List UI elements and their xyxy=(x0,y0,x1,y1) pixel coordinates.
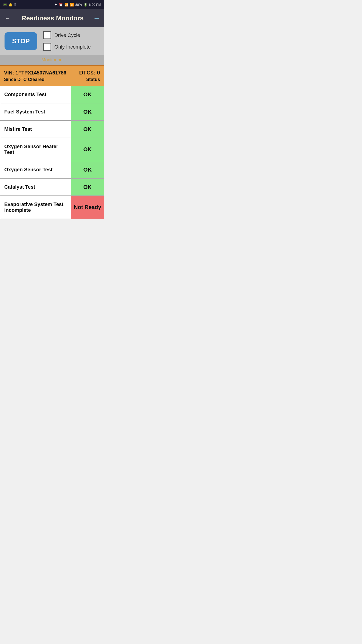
battery-icon: 🔋 xyxy=(83,3,87,7)
monitor-name-cell: Fuel System Test xyxy=(0,103,71,120)
monitor-row: Evaporative System Test incompleteNot Re… xyxy=(0,196,104,219)
vin-number: VIN: 1FTPX14507NA61786 xyxy=(4,70,66,76)
notifications-icon: 🔔 xyxy=(9,3,13,7)
drive-cycle-checkbox-item[interactable]: Drive Cycle xyxy=(43,31,91,39)
monitor-row: Catalyst TestOK xyxy=(0,178,104,196)
monitor-status-cell: Not Ready xyxy=(71,196,104,219)
monitor-name-cell: Evaporative System Test incomplete xyxy=(0,196,71,219)
checkboxes-group: Drive Cycle Only Incomplete xyxy=(43,31,91,51)
only-incomplete-checkbox-item[interactable]: Only Incomplete xyxy=(43,43,91,51)
drive-cycle-checkbox[interactable] xyxy=(43,31,51,39)
monitor-status-cell: OK xyxy=(71,103,104,120)
dtc-count: DTCs: 0 xyxy=(79,69,100,76)
monitor-status-cell: OK xyxy=(71,138,104,161)
monitor-row: Fuel System TestOK xyxy=(0,103,104,120)
status-bar-left: 📟 🔔 ⠿ xyxy=(3,3,17,7)
monitor-status-cell: OK xyxy=(71,179,104,195)
menu-icon[interactable]: — xyxy=(95,16,100,21)
apps-icon: ⠿ xyxy=(14,3,17,7)
stop-button[interactable]: STOP xyxy=(5,32,37,50)
monitor-name-cell: Oxygen Sensor Test xyxy=(0,161,71,178)
monitor-row: Oxygen Sensor TestOK xyxy=(0,161,104,178)
monitor-row: Oxygen Sensor Heater TestOK xyxy=(0,138,104,161)
status-bar: 📟 🔔 ⠿ ✱ ⏰ 📶 📶 80% 🔋 6:00 PM xyxy=(0,0,104,9)
monitor-status-cell: OK xyxy=(71,121,104,138)
monitoring-text: Monitoring xyxy=(41,57,63,62)
monitors-table: Components TestOKFuel System TestOKMisfi… xyxy=(0,86,104,219)
wifi-icon: 📶 xyxy=(64,3,68,7)
controls-bar: STOP Drive Cycle Only Incomplete xyxy=(0,27,104,55)
clock-time: 6:00 PM xyxy=(89,3,101,7)
monitor-status-cell: OK xyxy=(71,86,104,103)
only-incomplete-label: Only Incomplete xyxy=(54,44,91,50)
monitor-name-cell: Catalyst Test xyxy=(0,179,71,195)
only-incomplete-checkbox[interactable] xyxy=(43,43,51,51)
since-dtc-label: Since DTC Cleared xyxy=(4,77,44,82)
alarm-icon: ⏰ xyxy=(59,3,63,7)
bottom-spacer xyxy=(0,219,104,229)
drive-cycle-label: Drive Cycle xyxy=(54,32,80,38)
back-button[interactable]: ← xyxy=(5,15,11,22)
monitor-row: Components TestOK xyxy=(0,86,104,103)
status-column-header: Status xyxy=(86,77,100,82)
bluetooth-icon: ✱ xyxy=(55,3,57,7)
status-bar-right: ✱ ⏰ 📶 📶 80% 🔋 6:00 PM xyxy=(55,3,101,7)
battery-percent: 80% xyxy=(75,3,82,7)
signal-icon: 📶 xyxy=(70,3,74,7)
monitor-row: Misfire TestOK xyxy=(0,120,104,138)
monitor-name-cell: Misfire Test xyxy=(0,121,71,138)
monitor-name-cell: Components Test xyxy=(0,86,71,103)
monitor-status-cell: OK xyxy=(71,161,104,178)
page-title: Readiness Monitors xyxy=(11,14,95,22)
monitor-name-cell: Oxygen Sensor Heater Test xyxy=(0,138,71,161)
voicemail-icon: 📟 xyxy=(3,3,7,7)
monitoring-status-bar: Monitoring xyxy=(0,55,104,65)
app-header: ← Readiness Monitors — xyxy=(0,9,104,27)
vin-section: VIN: 1FTPX14507NA61786 DTCs: 0 Since DTC… xyxy=(0,65,104,86)
